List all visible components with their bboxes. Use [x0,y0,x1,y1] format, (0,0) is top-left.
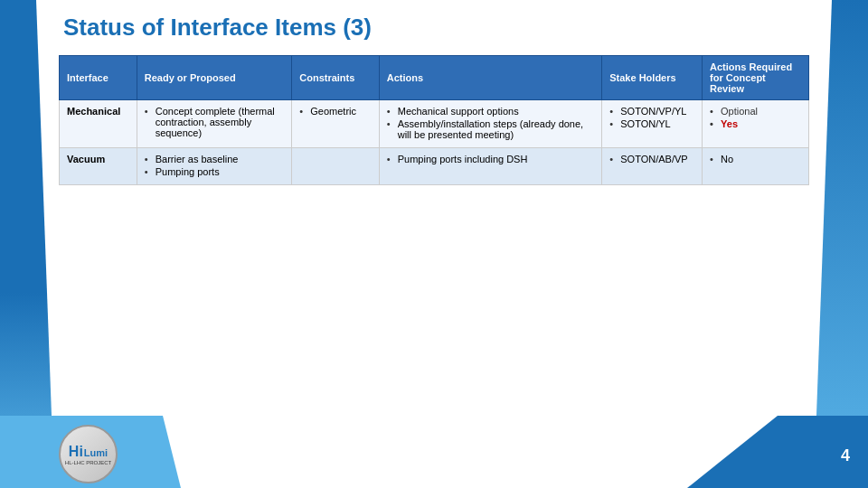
logo: Hi Lumi HL-LHC PROJECT [59,425,140,479]
table-row: Mechanical Concept complete (thermal con… [60,100,809,148]
ready-item: Concept complete (thermal contraction, a… [145,106,285,138]
actions-req-item: No [710,154,801,164]
stake-item: SOTON/VP/YL [609,106,694,117]
ready-item: Pumping ports [145,166,285,177]
cell-stake-vacuum: SOTON/AB/VP [602,148,703,185]
action-item: Pumping ports including DSH [387,154,595,164]
table-row: Vacuum Barrier as baseline Pumping ports… [60,148,809,185]
cell-ready-vacuum: Barrier as baseline Pumping ports [137,148,292,185]
action-item: Mechanical support options [387,106,595,117]
logo-sub: HL-LHC PROJECT [65,460,111,465]
cell-stake-mechanical: SOTON/VP/YL SOTON/YL [602,100,703,148]
interface-table: Interface Ready or Proposed Constraints … [59,55,809,185]
cell-actions-req-vacuum: No [703,148,809,185]
page-number: 4 [841,446,850,465]
actions-req-item: Yes [710,118,801,129]
cell-actions-req-mechanical: Optional Yes [703,100,809,148]
header-stake: Stake Holders [602,56,703,100]
ready-item: Barrier as baseline [145,154,285,164]
stake-item: SOTON/YL [609,118,694,129]
header-actions: Actions [379,56,602,100]
bg-left-decoration [0,0,54,488]
header-constraints: Constraints [292,56,379,100]
cell-constraints-mechanical: Geometric [292,100,379,148]
cell-actions-vacuum: Pumping ports including DSH [379,148,602,185]
logo-lumi: Lumi [84,447,108,458]
actions-req-item: Optional [710,106,801,117]
header-ready: Ready or Proposed [137,56,292,100]
constraint-item: Geometric [299,106,371,117]
logo-hi: Hi [69,444,83,460]
stake-item: SOTON/AB/VP [609,154,694,164]
main-content: Status of Interface Items (3) Interface … [59,14,809,416]
cell-interface-vacuum: Vacuum [60,148,137,185]
cell-ready-mechanical: Concept complete (thermal contraction, a… [137,100,292,148]
table-header-row: Interface Ready or Proposed Constraints … [60,56,809,100]
cell-interface-mechanical: Mechanical [60,100,137,148]
header-actions-required: Actions Required for Concept Review [703,56,809,100]
cell-constraints-vacuum [292,148,379,185]
action-item: Assembly/installation steps (already don… [387,118,595,140]
cell-actions-mechanical: Mechanical support options Assembly/inst… [379,100,602,148]
header-interface: Interface [60,56,137,100]
page-title: Status of Interface Items (3) [59,14,809,42]
bg-right-decoration [814,0,868,488]
